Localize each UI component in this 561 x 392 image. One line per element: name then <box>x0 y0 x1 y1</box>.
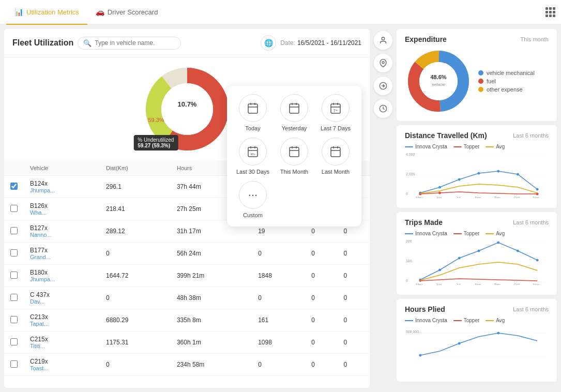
row-c2: 0 <box>338 287 370 309</box>
hours-legend: Innova Crysta Topper Avg <box>405 318 549 323</box>
row-checkbox[interactable] <box>10 183 18 190</box>
date-option-last7[interactable]: 7+ Last 7 Days <box>318 94 353 131</box>
svg-text:30+: 30+ <box>250 153 256 156</box>
date-dropdown: Today Yesterday <box>227 86 361 227</box>
row-hours: 56h 24m <box>171 243 252 265</box>
table-row: C213x Tapat... 6880.29 335h 8m 161 0 0 <box>4 309 370 331</box>
svg-text:10.7%: 10.7% <box>177 100 196 108</box>
row-vehicle: C213x Tapat... <box>24 309 100 331</box>
row-vehicle: C219x Toast... <box>24 354 100 376</box>
row-checkbox-cell <box>4 331 24 354</box>
chart-and-dropdown: 10.7% 59.3% % Underutilized 59.27 (59.3%… <box>4 57 370 161</box>
trips-period: Last 6 months <box>513 219 549 225</box>
avg-legend-line <box>486 146 494 147</box>
fleet-utilization-title: Fleet Utilization <box>12 38 73 48</box>
thismonth-label: This Month <box>280 169 308 175</box>
vehicle-search-input[interactable] <box>95 39 175 47</box>
legend-vehicle-label: vehicle mechanical <box>487 70 535 76</box>
distance-chart-svg: 4,000 2,000 0 <box>405 152 549 198</box>
table-row: B177x Grand... 0 56h 24m 0 0 0 <box>4 243 370 265</box>
search-icon: 🔍 <box>83 39 92 47</box>
row-checkbox[interactable] <box>10 272 18 279</box>
hours-innova-label: Innova Crysta <box>415 318 447 323</box>
row-checkbox[interactable] <box>10 360 18 368</box>
route-icon-button[interactable] <box>374 77 392 95</box>
row-c1: 0 <box>305 287 337 309</box>
row-checkbox[interactable] <box>10 205 18 212</box>
hours-header: Hours Plied Last 6 months <box>405 305 549 313</box>
date-option-today[interactable]: Today <box>235 94 270 131</box>
row-hours: 360h 1m <box>171 331 252 354</box>
row-vehicle: B126x Wha... <box>24 198 100 220</box>
svg-text:Jul: Jul <box>456 283 461 285</box>
custom-icon: ··· <box>239 181 267 209</box>
trips-legend: Innova Crysta Topper Avg <box>405 231 549 236</box>
trips-chart-svg: 200 100 0 <box>405 238 549 285</box>
row-checkbox[interactable] <box>10 316 18 323</box>
svg-text:Jul: Jul <box>456 196 461 198</box>
row-checkbox[interactable] <box>10 294 18 301</box>
last7-label: Last 7 Days <box>321 125 351 131</box>
row-checkbox-cell <box>4 198 24 220</box>
row-c2: 0 <box>338 354 370 376</box>
trips-avg-line <box>486 233 494 234</box>
row-checkbox-cell <box>4 265 24 287</box>
top-nav: 📊 Utilization Metrics 🚗 Driver Scorecard <box>0 0 561 25</box>
hours-avg-label: Avg <box>496 318 505 323</box>
row-checkbox[interactable] <box>10 249 18 257</box>
filter-icon: 🌐 <box>264 39 273 47</box>
row-c1: 0 <box>305 243 337 265</box>
svg-point-56 <box>536 188 539 191</box>
date-option-thismonth[interactable]: This Month <box>277 138 312 175</box>
hours-topper-label: Topper <box>464 318 480 323</box>
row-vehicle: C215x Tititi... <box>24 331 100 354</box>
profile-icon-button[interactable] <box>374 31 392 50</box>
row-c1: 0 <box>305 265 337 287</box>
hours-legend-innova: Innova Crysta <box>405 318 447 323</box>
trips-legend-avg: Avg <box>486 231 505 236</box>
row-checkbox[interactable] <box>10 338 18 345</box>
svg-text:200: 200 <box>406 239 412 243</box>
svg-point-52 <box>458 178 461 181</box>
hours-title: Hours Plied <box>405 305 445 313</box>
date-option-last30[interactable]: 30+ Last 30 Days <box>235 138 270 175</box>
row-c2: 0 <box>338 309 370 331</box>
svg-point-74 <box>438 269 441 272</box>
search-box[interactable]: 🔍 <box>78 37 181 50</box>
svg-text:Sep: Sep <box>494 196 501 198</box>
svg-text:2,000: 2,000 <box>406 172 415 176</box>
tab-driver-scorecard[interactable]: 🚗 Driver Scorecard <box>87 0 166 25</box>
date-option-lastmonth[interactable]: Last Month <box>318 138 353 175</box>
date-option-yesterday[interactable]: Yesterday <box>277 94 312 131</box>
row-vehicle: B127x Nanno... <box>24 220 100 243</box>
date-option-custom[interactable]: ··· Custom <box>235 181 270 218</box>
row-vehicle: B124x Jhumpa... <box>24 176 100 198</box>
hours-chart-svg: 500,000... <box>405 325 549 361</box>
trips-title: Trips Made <box>405 218 443 227</box>
hours-innova-line <box>405 320 413 321</box>
svg-point-51 <box>438 186 441 189</box>
distance-widget: Distance Travelled (Km) Last 6 months In… <box>397 125 557 208</box>
expenditure-header: Expenditure This month <box>405 35 549 43</box>
filter-icon-button[interactable]: 🌐 <box>261 35 276 51</box>
tab-utilization-metrics[interactable]: 📊 Utilization Metrics <box>6 0 87 25</box>
svg-rect-11 <box>290 104 299 113</box>
svg-point-54 <box>497 170 499 173</box>
location-icon-button[interactable] <box>374 54 392 72</box>
row-trips: 1098 <box>252 331 305 354</box>
clock-icon-button[interactable] <box>374 99 392 118</box>
yesterday-label: Yesterday <box>282 125 307 131</box>
apps-grid-button[interactable] <box>545 7 555 17</box>
legend-other: other expense <box>478 86 535 93</box>
utilization-icon: 📊 <box>14 8 23 16</box>
th-checkbox <box>4 161 24 176</box>
row-c2: 0 <box>338 243 370 265</box>
svg-text:500,000...: 500,000... <box>406 330 422 334</box>
last30-icon: 30+ <box>239 138 267 165</box>
driver-icon: 🚗 <box>96 8 104 16</box>
svg-text:48.6%: 48.6% <box>430 74 446 80</box>
row-checkbox[interactable] <box>10 227 18 234</box>
avg-label: Avg <box>496 144 505 149</box>
row-checkbox-cell <box>4 220 24 243</box>
table-row: B180x Jhumpa... 1644.72 399h 21m 1848 0 … <box>4 265 370 287</box>
